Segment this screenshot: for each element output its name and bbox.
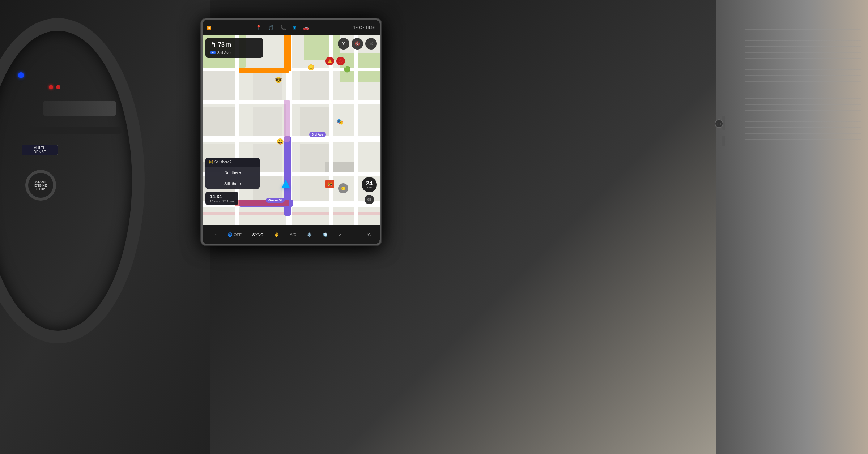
route-alt: [284, 100, 290, 142]
signal-indicator: 📶: [207, 26, 211, 30]
current-position: [281, 180, 290, 188]
nav-instruction: ↰ 73 m 26 3rd Ave: [205, 38, 263, 58]
car-interior: MULTIDENSE STARTENGINESTOP ⏻ 📶 📍 🎵 📞: [0, 0, 868, 454]
arrow-control[interactable]: ↗: [339, 232, 342, 237]
ac-control[interactable]: A/C: [290, 232, 296, 237]
still-there-title: 🚧 Still there?: [205, 158, 260, 167]
traffic-alert-1: ⚠️: [326, 57, 334, 65]
route-orange-1: [284, 35, 291, 71]
eta-details: 15 min · 12.1 km: [210, 200, 234, 203]
eta-bar: 14:34 15 min · 12.1 km: [205, 192, 238, 205]
recenter-button[interactable]: Y: [338, 38, 349, 50]
apps-icon[interactable]: ⊞: [293, 25, 297, 30]
street-v-4: [354, 35, 358, 225]
not-there-button[interactable]: Not there: [205, 167, 260, 178]
location-icon[interactable]: 📍: [256, 25, 261, 30]
power-button[interactable]: ⏻: [715, 119, 723, 128]
avatar-1: 😎: [275, 77, 282, 83]
traffic-alert-3: 😑: [338, 183, 348, 193]
turn-arrow-icon: ↰: [210, 41, 216, 49]
music-icon[interactable]: 🎵: [268, 25, 274, 30]
mute-button[interactable]: 🔇: [352, 38, 363, 50]
avatar-4: 🎭: [336, 118, 344, 125]
time-temperature: 19°C · 18:56: [353, 25, 375, 30]
traffic-alert-2: 🚫: [336, 57, 345, 65]
park-area-2: [304, 35, 340, 60]
nav-distance-display: ↰ 73 m: [210, 41, 258, 49]
temp-up-control[interactable]: –°C: [364, 232, 371, 237]
road-badge: 26: [210, 51, 216, 54]
car-icon[interactable]: 🚗: [303, 25, 309, 30]
sync-control[interactable]: SYNC: [252, 232, 264, 237]
temp-down-control[interactable]: – ↑: [212, 232, 217, 237]
distance-value: 73 m: [218, 42, 231, 48]
fan-control[interactable]: 💨: [323, 232, 328, 237]
fan-off-control[interactable]: 🌀 OFF: [227, 232, 242, 237]
route-orange-2: [239, 68, 289, 73]
speed-indicator: 24 KMH: [362, 177, 377, 204]
avatar-5: 😀: [277, 138, 284, 145]
seat-heat-control[interactable]: 🖐: [274, 232, 279, 237]
system-topbar: 📶 📍 🎵 📞 ⊞ 🚗 19°C · 18:56: [203, 20, 380, 35]
bottom-control-bar: – ↑ 🌀 OFF SYNC 🖐 A/C ❄️ 💨 ↗ | –°C: [203, 225, 380, 244]
grove-st-label: Grove St: [266, 198, 285, 203]
dashboard-left: MULTIDENSE STARTENGINESTOP: [0, 0, 210, 454]
map-controls: Y 🔇 ✕: [338, 38, 377, 50]
avatar-3: 🟢: [344, 66, 351, 73]
screen-display: 📶 📍 🎵 📞 ⊞ 🚗 19°C · 18:56: [203, 20, 380, 244]
still-there-popup: 🚧 Still there? Not there Still there: [205, 158, 260, 189]
speed-value: 24: [366, 181, 373, 187]
phone-icon[interactable]: 📞: [280, 25, 286, 30]
infotainment-screen[interactable]: 📶 📍 🎵 📞 ⊞ 🚗 19°C · 18:56: [203, 20, 380, 244]
app-icons: 📍 🎵 📞 ⊞ 🚗: [256, 25, 309, 30]
speed-dot[interactable]: [365, 195, 374, 204]
avatar-2: 😊: [307, 64, 315, 71]
eta-time: 14:34: [210, 194, 234, 199]
separator: |: [352, 232, 353, 237]
3rd-ave-label: 3rd Ave: [309, 132, 326, 137]
volume-down-button[interactable]: [722, 136, 725, 146]
steering-wheel: [0, 18, 145, 343]
close-button[interactable]: ✕: [365, 38, 377, 50]
speed-circle: 24 KMH: [362, 177, 377, 192]
street-name: 3rd Ave: [217, 51, 231, 55]
right-panel: ⏻: [716, 0, 868, 454]
speed-unit: KMH: [367, 187, 372, 189]
incident-marker: 🚧: [326, 180, 334, 188]
map-area[interactable]: 3rd Ave Grove St 😎 😊 🟢 🎭 😀 ⚠️ 🚫 😑 🚧: [203, 35, 380, 225]
still-there-button[interactable]: Still there: [205, 178, 260, 189]
seat-cool-control[interactable]: ❄️: [307, 232, 312, 237]
